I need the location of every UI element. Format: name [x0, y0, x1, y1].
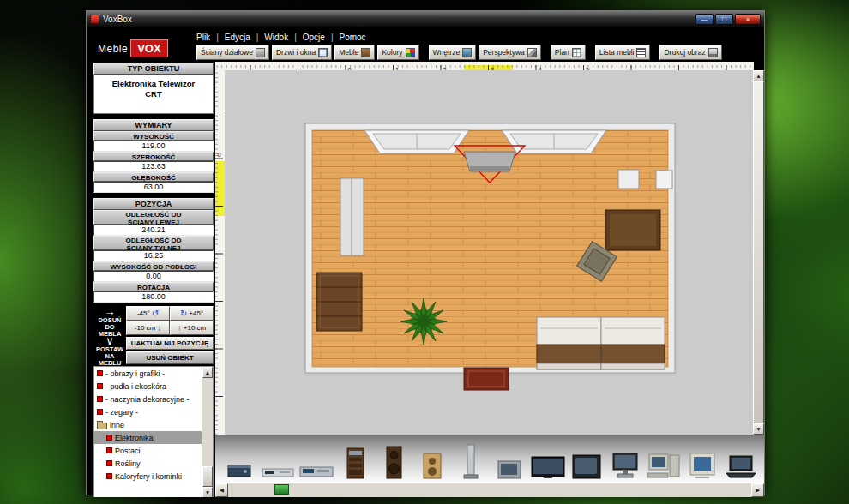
category-scrollbar[interactable]: ▲ ▼ [202, 367, 213, 497]
tv-small-icon [491, 442, 528, 482]
thumbnail-speaker-dark[interactable] [374, 439, 412, 482]
window-top-left[interactable] [364, 130, 469, 153]
tv-flat-icon [529, 442, 567, 482]
thumbnail-tv-stand[interactable] [605, 439, 644, 482]
interior-button[interactable]: Wnętrze [429, 45, 477, 60]
window-top-right[interactable] [502, 130, 606, 153]
tv-crt-icon [568, 442, 605, 482]
rotation-input[interactable]: 180.00 [93, 291, 214, 303]
app-icon [90, 15, 99, 24]
category-item-rosliny[interactable]: Rośliny [94, 457, 202, 470]
rotate-cw-icon: ↻ [180, 309, 187, 318]
canvas-scroll-thumb[interactable] [753, 81, 764, 423]
height-label: WYSOKOŚĆ [93, 131, 214, 141]
cabinet-right-wall[interactable] [656, 171, 672, 189]
thumbnail-dvd-player[interactable] [258, 439, 297, 482]
scroll-up-icon[interactable]: ▲ [202, 367, 213, 378]
bottom-scroll-thumb[interactable] [274, 484, 289, 495]
cabinet-small-top[interactable] [618, 170, 639, 189]
rotate-cw-button[interactable]: ↻+45° [170, 306, 214, 321]
category-item-naczynia[interactable]: - naczynia dekoracyjne - [94, 393, 202, 405]
doormat[interactable] [464, 368, 509, 390]
thumbnail-tv-crt[interactable] [567, 439, 605, 482]
wardrobe-brown[interactable] [316, 273, 362, 331]
thumbnail-vcr[interactable] [297, 439, 335, 482]
category-item-postaci[interactable]: Postaci [94, 444, 202, 457]
room-canvas[interactable] [225, 70, 753, 435]
furniture-list-button[interactable]: Lista mebli [595, 45, 651, 60]
svg-text:-0: -0 [216, 152, 221, 158]
window-titlebar[interactable]: VoxBox — □ × [87, 11, 764, 27]
walls-button[interactable]: Ściany działowe [196, 45, 269, 60]
rotation-label: ROTACJA [93, 282, 214, 291]
category-item-elektronika[interactable]: Elektronika [94, 431, 202, 444]
category-item-zegary[interactable]: - zegary - [94, 405, 202, 418]
desk[interactable] [605, 210, 660, 250]
left-wall-input[interactable]: 240.21 [93, 225, 214, 236]
height-input[interactable]: 119.00 [93, 141, 214, 152]
print-image-button[interactable]: Drukuj obraz [659, 45, 721, 60]
perspective-button[interactable]: Perspektywa [479, 45, 541, 60]
bed-left[interactable] [537, 317, 601, 369]
menu-edycja[interactable]: Edycja [225, 33, 250, 42]
furniture-button[interactable]: Meble [334, 45, 375, 60]
logo-vox-badge: VOX [130, 39, 167, 57]
menu-opcje[interactable]: Opcje [303, 33, 325, 42]
update-position-button[interactable]: UAKTUALNIJ POZYCJĘ [126, 337, 214, 350]
back-wall-label: ODLEGŁOŚĆ OD ŚCIANY TYLNEJ [93, 236, 214, 250]
category-item-inne[interactable]: inne [94, 418, 202, 431]
dvd-player-icon [259, 442, 297, 482]
thumbnail-computer-set[interactable] [644, 439, 683, 482]
floor-height-input[interactable]: 0.00 [93, 271, 214, 282]
scroll-left-icon[interactable]: ◀ [215, 483, 228, 497]
category-scroll-track[interactable] [202, 378, 213, 487]
laptop-icon [722, 442, 760, 482]
close-button[interactable]: × [735, 14, 761, 25]
canvas-vertical-scrollbar[interactable]: ▲ ▼ [753, 70, 764, 435]
thumbnail-receiver[interactable] [220, 439, 258, 482]
bed-right[interactable] [601, 317, 665, 369]
minimize-button[interactable]: — [695, 14, 714, 25]
wardrobe-white[interactable] [340, 178, 364, 255]
action-zone: → DOSUŃ DO MEBLA ∨ POSTAW NA MEBLU -45°↺… [93, 306, 214, 364]
place-on-furniture-button[interactable]: ∨ POSTAW NA MEBLU [93, 335, 126, 364]
maximize-button[interactable]: □ [715, 14, 733, 25]
menu-pomoc[interactable]: Pomoc [340, 33, 366, 42]
scroll-up-icon[interactable]: ▲ [753, 70, 764, 81]
thumbnail-hifi-tower[interactable] [335, 439, 374, 482]
raise-10cm-button[interactable]: ↑+10 cm [170, 321, 214, 335]
menu-widok[interactable]: Widok [264, 33, 288, 42]
menu-plik[interactable]: Plik [196, 33, 210, 42]
scroll-down-icon[interactable]: ▼ [753, 423, 764, 435]
scroll-right-icon[interactable]: ▶ [751, 483, 764, 497]
rotate-ccw-button[interactable]: -45°↺ [126, 306, 170, 321]
plan-button[interactable]: Plan [551, 45, 586, 60]
colors-button[interactable]: Kolory [377, 45, 418, 60]
doors-windows-button[interactable]: Drzwi i okna [272, 45, 332, 60]
app-area: Meble VOX Plik | Edycja | Widok | Opcje … [87, 28, 764, 495]
tool-bar: Ściany działowe Drzwi i okna Meble Kolor… [196, 45, 722, 60]
category-item-pudla[interactable]: - pudła i ekoskóra - [94, 380, 202, 393]
back-wall-input[interactable]: 16.25 [93, 250, 214, 261]
thumbnail-tv-flat[interactable] [528, 439, 567, 482]
thumbnail-speaker-wood[interactable] [412, 439, 451, 482]
thumbnail-monitor-crt[interactable] [683, 439, 721, 482]
depth-input[interactable]: 63.00 [93, 182, 214, 193]
thumbnail-laptop[interactable] [721, 439, 760, 482]
open-folder-icon [97, 423, 107, 429]
thumbnail-tv-small[interactable] [490, 439, 528, 482]
category-item-obrazy[interactable]: - obrazy i grafiki - [94, 367, 202, 380]
category-item-kaloryfery[interactable]: Kaloryfery i kominki [94, 470, 202, 483]
delete-object-button[interactable]: USUŃ OBIEKT [126, 351, 214, 364]
menu-separator: | [294, 33, 297, 42]
lower-10cm-button[interactable]: -10 cm↓ [126, 321, 170, 335]
width-input[interactable]: 123.63 [93, 161, 214, 172]
canvas-scroll-track[interactable] [753, 81, 764, 423]
bottom-scroll-track[interactable] [228, 483, 751, 497]
red-square-icon [106, 447, 112, 453]
bottom-horizontal-scrollbar[interactable]: ◀ ▶ [215, 483, 764, 497]
thumbnail-speaker-column[interactable] [451, 439, 490, 482]
category-scroll-thumb[interactable] [202, 466, 213, 487]
scroll-down-icon[interactable]: ▼ [202, 487, 213, 497]
snap-to-furniture-button[interactable]: → DOSUŃ DO MEBLA [93, 306, 126, 335]
